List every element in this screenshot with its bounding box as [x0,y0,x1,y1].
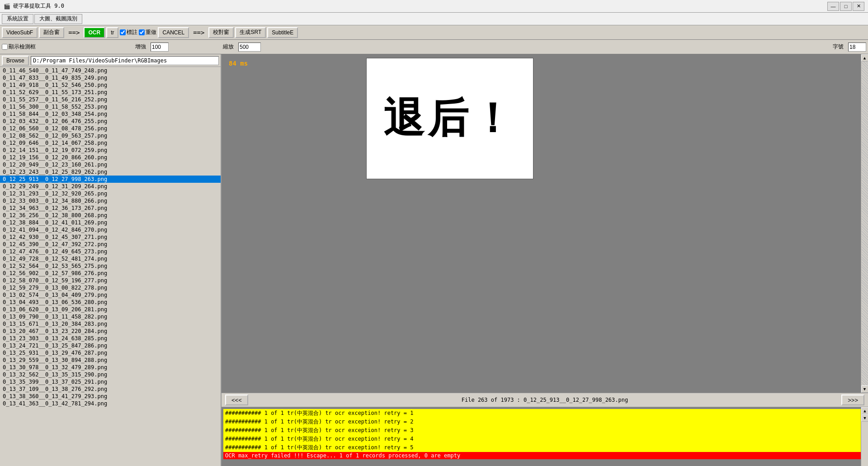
file-item[interactable]: 0_12_38_884__0_12_41_011_269.png [0,219,221,226]
subtitle-e-button[interactable]: SubtitleE [267,27,298,38]
large-screenshot-menu[interactable]: 大圖、截圖識別 [34,14,82,24]
scroll-down-arrow[interactable]: ▼ [861,385,868,393]
align-button[interactable]: 校對窗 [208,27,234,38]
menu-bar: 系統設置 大圖、截圖識別 [0,13,868,25]
left-panel: Browse D:/Program Files/VideoSubFinder\R… [0,54,222,466]
scroll-up-arrow[interactable]: ▲ [861,54,868,62]
tr-button[interactable]: tr [106,27,118,38]
next-button[interactable]: >>> [841,395,864,405]
file-item[interactable]: 0_12_56_902__0_12_57_986_276.png [0,270,221,277]
file-item[interactable]: 0_12_45_390__0_12_47_392_272.png [0,241,221,248]
file-item[interactable]: 0_13_20_467__0_13_23_220_284.png [0,328,221,335]
image-area: 84 ms 退后！ ▲ ▼ [222,54,868,393]
close-button[interactable]: ✕ [853,2,864,11]
file-info: File 263 of 1973 : 0_12_25_913__0_12_27_… [252,397,838,403]
file-item[interactable]: 0_11_52_629__0_11_55_173_251.png [0,89,221,96]
system-settings-menu[interactable]: 系統設置 [2,14,33,24]
file-item[interactable]: 0_11_47_833__0_11_49_835_249.png [0,74,221,81]
file-item[interactable]: 0_13_35_399__0_13_37_025_291.png [0,378,221,385]
file-item[interactable]: 0_12_09_646__0_12_14_067_258.png [0,139,221,147]
scroll-track[interactable] [862,62,868,385]
file-item[interactable]: 0_13_02_574__0_13_04_409_279.png [0,291,221,299]
redo-label: 重做 [146,29,156,36]
show-detection-text: 顯示檢測框 [9,43,36,51]
file-item[interactable]: 0_12_59_279__0_13_00_822_278.png [0,284,221,291]
title-bar-left: 🎬 硬字幕提取工具 9.0 [4,2,64,10]
file-item[interactable]: 0_13_32_562__0_13_35_315_290.png [0,371,221,378]
log-scrollbar[interactable]: ▲ ▼ [861,407,868,466]
file-item[interactable]: 0_11_55_257__0_11_56_216_252.png [0,96,221,103]
file-item[interactable]: 0_12_29_249__0_12_31_209_264.png [0,183,221,190]
log-line: ########### 1 of 1 tr(中英混合) tr ocr excep… [223,435,866,443]
file-item[interactable]: 0_13_41_363__0_13_42_781_294.png [0,400,221,407]
file-item[interactable]: 0_12_47_476__0_12_49_645_273.png [0,248,221,255]
show-detection-checkbox[interactable] [2,44,8,50]
app-title: 硬字幕提取工具 9.0 [13,2,64,10]
prev-button[interactable]: <<< [225,395,248,405]
zoom-input[interactable] [238,43,261,52]
log-scroll-down[interactable]: ▼ [861,414,868,422]
file-item[interactable]: 0_13_29_559__0_13_30_894_288.png [0,357,221,364]
file-item[interactable]: 0_12_20_949__0_12_23_160_261.png [0,161,221,168]
file-item[interactable]: 0_12_52_564__0_12_53_565_275.png [0,262,221,270]
mark-checkbox[interactable] [120,29,126,35]
app-icon: 🎬 [4,3,10,10]
zoom-label: 縮放 [223,43,234,51]
file-item[interactable]: 0_11_49_918__0_11_52_546_250.png [0,81,221,89]
file-item[interactable]: 0_13_24_721__0_13_25_847_286.png [0,342,221,349]
video-sub-finder-button[interactable]: VideoSubF [2,27,38,38]
log-area: ########### 1 of 1 tr(中英混合) tr ocr excep… [222,407,868,466]
file-list[interactable]: 0_11_46_540__0_11_47_749_248.png0_11_47_… [0,67,221,466]
log-scroll-up[interactable]: ▲ [861,407,868,414]
ocr-button[interactable]: OCR [84,27,105,38]
file-item[interactable]: 0_13_38_360__0_13_41_279_293.png [0,393,221,400]
file-item[interactable]: 0_11_58_844__0_12_03_348_254.png [0,110,221,118]
file-item[interactable]: 0_11_46_540__0_11_47_749_248.png [0,67,221,74]
log-line: ########### 1 of 1 tr(中英混合) tr ocr excep… [223,426,866,435]
font-input[interactable] [848,43,866,52]
log-line: ########### 1 of 1 tr(中英混合) tr ocr excep… [223,418,866,426]
file-item[interactable]: 0_13_06_620__0_13_09_206_281.png [0,306,221,313]
file-item[interactable]: 0_13_37_109__0_13_38_276_292.png [0,385,221,393]
redo-checkbox-label: 重做 [139,29,156,36]
file-item[interactable]: 0_12_33_003__0_12_34_880_266.png [0,197,221,204]
file-item[interactable]: 0_12_14_151__0_12_19_072_259.png [0,147,221,154]
main-layout: Browse D:/Program Files/VideoSubFinder\R… [0,54,868,466]
cancel-button[interactable]: CANCEL [158,27,189,38]
mark-checkbox-label: 標註 [120,29,137,36]
file-item[interactable]: 0_12_19_156__0_12_20_866_260.png [0,154,221,161]
file-item[interactable]: 0_12_03_432__0_12_06_476_255.png [0,118,221,125]
title-bar: 🎬 硬字幕提取工具 9.0 — □ ✕ [0,0,868,13]
file-item[interactable]: 0_12_58_070__0_12_59_196_277.png [0,277,221,284]
log-line: OCR max_retry failed !!! Escape... 1 of … [223,452,866,459]
image-chinese-text: 退后！ [383,91,516,146]
generate-srt-button[interactable]: 生成SRT [235,27,266,38]
file-item[interactable]: 0_13_15_671__0_13_20_384_283.png [0,320,221,328]
file-item[interactable]: 0_12_42_930__0_12_45_307_271.png [0,233,221,241]
minimize-button[interactable]: — [827,2,839,11]
file-item[interactable]: 0_13_25_931__0_13_29_476_287.png [0,349,221,357]
path-display: D:/Program Files/VideoSubFinder\RGBImage… [31,56,219,65]
file-item[interactable]: 0_11_56_300__0_11_58_552_253.png [0,103,221,110]
file-item[interactable]: 0_13_23_303__0_13_24_638_285.png [0,335,221,342]
file-item[interactable]: 0_12_23_243__0_12_25_829_262.png [0,168,221,176]
file-item[interactable]: 0_12_49_728__0_12_52_481_274.png [0,255,221,262]
file-item[interactable]: 0_13_30_978__0_13_32_479_289.png [0,364,221,371]
file-item[interactable]: 0_12_25_913__0_12_27_998_263.png [0,176,221,183]
enhance-input[interactable] [151,43,169,52]
right-scrollbar[interactable]: ▲ ▼ [861,54,868,393]
file-item[interactable]: 0_12_41_094__0_12_42_846_270.png [0,226,221,233]
file-item[interactable]: 0_12_36_256__0_12_38_800_268.png [0,212,221,219]
file-item[interactable]: 0_12_34_963__0_12_36_173_267.png [0,204,221,212]
file-item[interactable]: 0_13_09_790__0_13_11_458_282.png [0,313,221,320]
redo-checkbox[interactable] [139,29,145,35]
file-item[interactable]: 0_12_06_560__0_12_08_478_256.png [0,125,221,132]
merge-window-button[interactable]: 副合窗 [39,27,64,38]
file-item[interactable]: 0_12_31_293__0_12_32_920_265.png [0,190,221,197]
file-item[interactable]: 0_13_04_493__0_13_06_536_280.png [0,299,221,306]
maximize-button[interactable]: □ [840,2,852,11]
enhance-label: 增強 [135,43,146,51]
second-toolbar: 顯示檢測框 增強 縮放 字號 [0,40,868,54]
file-item[interactable]: 0_12_08_562__0_12_09_563_257.png [0,132,221,139]
browse-button[interactable]: Browse [2,56,29,66]
